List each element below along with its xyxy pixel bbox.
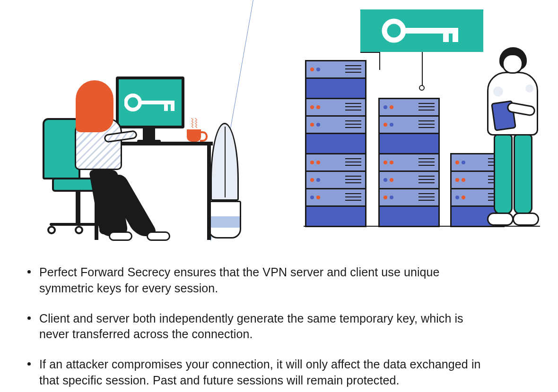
bullet-text: Client and server both independently gen… bbox=[39, 311, 493, 343]
bullet-dot-icon bbox=[27, 270, 31, 273]
server-base bbox=[378, 205, 440, 227]
chair-post bbox=[76, 192, 80, 225]
client-hair bbox=[76, 80, 113, 132]
svg-point-4 bbox=[384, 21, 403, 40]
shoe-icon bbox=[513, 213, 539, 226]
desk-leg bbox=[207, 145, 211, 240]
server-unit bbox=[305, 170, 366, 189]
server-base bbox=[305, 133, 366, 154]
connector-line bbox=[379, 52, 380, 70]
monitor-base bbox=[137, 140, 161, 143]
connector-line bbox=[422, 52, 423, 88]
wheel-icon bbox=[75, 226, 83, 234]
steam-icon: ⦚⦚ bbox=[190, 117, 198, 129]
server-unit bbox=[378, 115, 440, 134]
plant-pot-icon bbox=[208, 201, 241, 239]
server-unit bbox=[305, 115, 366, 134]
bullet-dot-icon bbox=[27, 362, 31, 366]
shoe-icon bbox=[109, 231, 132, 241]
bullet-dot-icon bbox=[27, 316, 31, 320]
shoe-icon bbox=[147, 231, 170, 241]
wheel-icon bbox=[47, 226, 56, 234]
client-scene: ⦚⦚ bbox=[19, 52, 222, 231]
admin-leg bbox=[494, 134, 513, 214]
svg-rect-2 bbox=[164, 104, 168, 111]
svg-rect-3 bbox=[171, 104, 174, 111]
mug-icon bbox=[187, 129, 201, 142]
plant-leaf-icon bbox=[210, 123, 239, 201]
server-unit bbox=[378, 98, 440, 117]
server-base bbox=[378, 133, 440, 154]
server-unit bbox=[305, 60, 366, 79]
bullets-list: Perfect Forward Secrecy ensures that the… bbox=[27, 264, 529, 392]
shoe-icon bbox=[487, 213, 514, 226]
server-scene bbox=[275, 9, 549, 236]
server-unit bbox=[378, 153, 440, 172]
bullet-item: If an attacker compromises your connecti… bbox=[27, 357, 529, 389]
svg-rect-5 bbox=[401, 28, 458, 34]
client-monitor bbox=[116, 77, 184, 128]
key-icon bbox=[124, 92, 176, 113]
server-unit bbox=[305, 188, 366, 207]
server-base bbox=[305, 205, 366, 227]
server-unit bbox=[305, 153, 366, 172]
svg-rect-6 bbox=[443, 34, 449, 42]
bullet-text: If an attacker compromises your connecti… bbox=[39, 357, 493, 389]
bullet-text: Perfect Forward Secrecy ensures that the… bbox=[39, 264, 493, 297]
admin-leg bbox=[514, 134, 532, 214]
server-unit bbox=[378, 170, 440, 189]
bullet-item: Perfect Forward Secrecy ensures that the… bbox=[27, 264, 529, 297]
server-unit bbox=[305, 98, 366, 117]
server-stack bbox=[305, 60, 366, 226]
key-icon bbox=[382, 17, 462, 45]
admin-figure bbox=[479, 47, 545, 236]
admin-face bbox=[502, 54, 523, 74]
server-unit bbox=[378, 188, 440, 207]
server-stack bbox=[378, 98, 440, 226]
svg-rect-7 bbox=[453, 34, 458, 42]
illustration-area: ⦚⦚ bbox=[0, 0, 558, 241]
svg-point-0 bbox=[126, 95, 140, 110]
server-base bbox=[305, 77, 366, 99]
svg-rect-1 bbox=[139, 101, 174, 104]
server-key-banner bbox=[360, 9, 483, 52]
connector-node-icon bbox=[419, 85, 425, 91]
bullet-item: Client and server both independently gen… bbox=[27, 311, 529, 343]
